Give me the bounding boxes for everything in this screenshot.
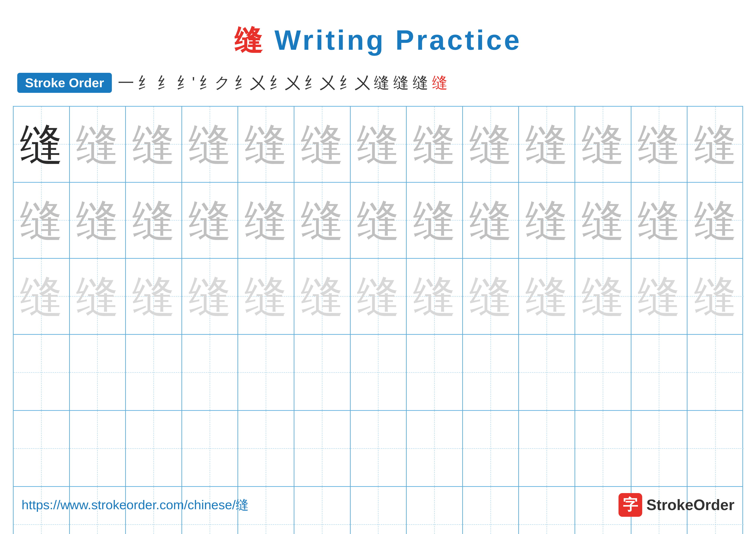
grid-cell[interactable]: 缝 [70, 259, 126, 334]
grid-cell[interactable] [575, 411, 632, 486]
grid-cell[interactable] [688, 411, 744, 486]
grid-cell[interactable]: 缝 [238, 107, 294, 182]
grid-cell[interactable]: 缝 [463, 183, 519, 258]
grid-cell[interactable]: 缝 [351, 107, 407, 182]
grid-cell[interactable] [463, 411, 519, 486]
grid-cell[interactable] [688, 335, 744, 410]
practice-char: 缝 [301, 123, 344, 166]
grid-cell[interactable]: 缝 [126, 183, 182, 258]
grid-cell[interactable]: 缝 [14, 107, 70, 182]
practice-char: 缝 [20, 123, 63, 166]
practice-char: 缝 [20, 199, 63, 242]
practice-char: 缝 [244, 199, 287, 242]
grid-cell[interactable] [126, 335, 182, 410]
page-title: 缝 Writing Practice [234, 21, 522, 60]
grid-cell[interactable]: 缝 [70, 183, 126, 258]
practice-char: 缝 [301, 275, 344, 318]
grid-cell[interactable]: 缝 [463, 107, 519, 182]
practice-char: 缝 [637, 123, 681, 166]
stroke-order-chars: ㇐ 纟 纟 纟' 纟ク 纟㐅 纟㐅 纟㐅 纟㐅 缝 缝 缝 缝 [118, 72, 447, 93]
practice-char: 缝 [581, 275, 625, 318]
grid-cell[interactable]: 缝 [294, 183, 351, 258]
grid-cell[interactable]: 缝 [519, 259, 575, 334]
grid-cell[interactable] [463, 335, 519, 410]
grid-cell[interactable]: 缝 [14, 183, 70, 258]
grid-cell[interactable]: 缝 [575, 107, 632, 182]
grid-cell[interactable]: 缝 [351, 259, 407, 334]
stroke-order-row: Stroke Order ㇐ 纟 纟 纟' 纟ク 纟㐅 纟㐅 纟㐅 纟㐅 缝 缝… [17, 72, 447, 93]
grid-cell[interactable]: 缝 [575, 183, 632, 258]
grid-cell[interactable]: 缝 [14, 259, 70, 334]
grid-cell[interactable]: 缝 [575, 259, 632, 334]
title-text: Writing Practice [264, 24, 522, 56]
grid-cell[interactable] [182, 411, 238, 486]
grid-cell[interactable] [182, 335, 238, 410]
page: 缝 Writing Practice Stroke Order ㇐ 纟 纟 纟'… [0, 0, 756, 534]
practice-char: 缝 [413, 123, 456, 166]
practice-char: 缝 [581, 123, 625, 166]
logo-text: StrokeOrder [647, 496, 735, 514]
grid-cell[interactable] [632, 411, 688, 486]
grid-cell[interactable] [351, 335, 407, 410]
grid-cell[interactable] [238, 411, 294, 486]
grid-cell[interactable] [238, 335, 294, 410]
grid-cell[interactable]: 缝 [238, 259, 294, 334]
practice-char: 缝 [637, 199, 681, 242]
grid-cell[interactable]: 缝 [407, 259, 463, 334]
practice-char: 缝 [188, 199, 231, 242]
grid-cell[interactable] [70, 335, 126, 410]
practice-char: 缝 [694, 123, 737, 166]
footer-url: https://www.strokeorder.com/chinese/缝 [21, 496, 249, 514]
grid-cell[interactable] [351, 411, 407, 486]
grid-cell[interactable]: 缝 [182, 183, 238, 258]
grid-cell[interactable] [519, 411, 575, 486]
grid-cell[interactable]: 缝 [126, 107, 182, 182]
practice-char: 缝 [525, 275, 568, 318]
practice-char: 缝 [525, 123, 568, 166]
grid-cell[interactable] [407, 335, 463, 410]
grid-cell[interactable]: 缝 [632, 183, 688, 258]
grid-cell[interactable]: 缝 [463, 259, 519, 334]
grid-cell[interactable] [126, 411, 182, 486]
grid-cell[interactable]: 缝 [182, 259, 238, 334]
grid-cell[interactable]: 缝 [632, 259, 688, 334]
practice-char: 缝 [132, 123, 175, 166]
grid-cell[interactable]: 缝 [688, 259, 744, 334]
practice-char: 缝 [357, 199, 400, 242]
grid-cell[interactable]: 缝 [351, 183, 407, 258]
grid-cell[interactable] [294, 335, 351, 410]
practice-char: 缝 [132, 199, 175, 242]
grid-row-1: 缝 缝 缝 缝 缝 缝 缝 缝 缝 [14, 107, 742, 183]
grid-cell[interactable] [407, 411, 463, 486]
practice-char: 缝 [581, 199, 625, 242]
footer: https://www.strokeorder.com/chinese/缝 字 … [0, 493, 756, 517]
grid-cell[interactable] [632, 335, 688, 410]
grid-row-2: 缝 缝 缝 缝 缝 缝 缝 缝 缝 [14, 183, 742, 259]
grid-cell[interactable] [575, 335, 632, 410]
grid-cell[interactable] [70, 411, 126, 486]
practice-char: 缝 [301, 199, 344, 242]
grid-cell[interactable]: 缝 [238, 183, 294, 258]
grid-cell[interactable] [519, 335, 575, 410]
footer-logo: 字 StrokeOrder [618, 493, 735, 517]
grid-cell[interactable] [14, 335, 70, 410]
grid-cell[interactable]: 缝 [126, 259, 182, 334]
grid-cell[interactable]: 缝 [182, 107, 238, 182]
grid-cell[interactable]: 缝 [688, 107, 744, 182]
grid-cell[interactable]: 缝 [519, 183, 575, 258]
practice-char: 缝 [469, 199, 512, 242]
grid-cell[interactable]: 缝 [632, 107, 688, 182]
practice-char: 缝 [188, 123, 231, 166]
practice-char: 缝 [132, 275, 175, 318]
grid-cell[interactable]: 缝 [70, 107, 126, 182]
grid-cell[interactable] [14, 411, 70, 486]
grid-cell[interactable]: 缝 [294, 107, 351, 182]
practice-char: 缝 [76, 123, 119, 166]
grid-cell[interactable]: 缝 [407, 183, 463, 258]
grid-cell[interactable]: 缝 [519, 107, 575, 182]
grid-cell[interactable]: 缝 [407, 107, 463, 182]
practice-char: 缝 [637, 275, 681, 318]
grid-cell[interactable] [294, 411, 351, 486]
grid-cell[interactable]: 缝 [688, 183, 744, 258]
grid-cell[interactable]: 缝 [294, 259, 351, 334]
